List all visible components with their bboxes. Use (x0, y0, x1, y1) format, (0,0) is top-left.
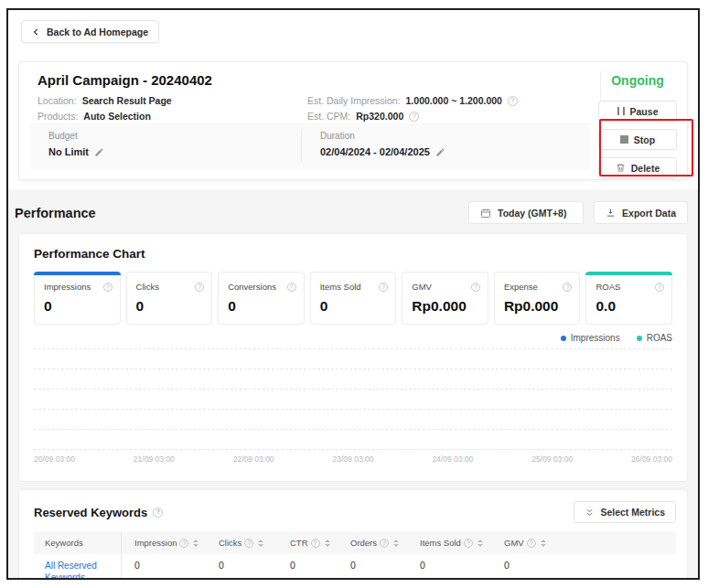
column-header-impression[interactable]: Impression (122, 538, 206, 548)
x-tick: 21/09 03:00 (134, 454, 175, 464)
help-icon[interactable] (153, 508, 163, 518)
stop-button[interactable]: Stop (598, 129, 677, 150)
all-reserved-keywords-link[interactable]: All Reserved Keywords (34, 554, 122, 578)
cell-value: 0 (219, 560, 277, 571)
pause-button-label: Pause (630, 106, 659, 117)
help-icon[interactable] (380, 539, 389, 548)
date-filter-button[interactable]: Today (GMT+8) (468, 201, 584, 224)
cell-value: 0 (350, 560, 407, 571)
cell-sub-value: - (350, 573, 407, 578)
delete-button[interactable]: Delete (598, 157, 677, 178)
legend-item-roas: ROAS (637, 333, 672, 343)
edit-pencil-icon[interactable] (435, 147, 445, 157)
back-button-label: Back to Ad Homepage (47, 27, 148, 37)
metric-value: 0.0 (595, 298, 664, 315)
x-tick: 20/09 03:00 (34, 454, 75, 464)
help-icon[interactable] (508, 96, 518, 106)
metric-card-expense[interactable]: Expense Rp0.000 (494, 272, 581, 325)
help-icon[interactable] (287, 283, 296, 292)
campaign-header-card: April Campaign - 20240402 Location: Sear… (18, 61, 688, 180)
sort-icon[interactable] (393, 540, 399, 547)
back-to-ad-homepage-button[interactable]: Back to Ad Homepage (21, 20, 159, 43)
sort-icon[interactable] (325, 540, 330, 547)
help-icon[interactable] (655, 283, 664, 292)
help-icon[interactable] (379, 283, 388, 292)
metric-value: 0 (136, 298, 205, 315)
metric-value: Rp0.000 (504, 298, 573, 315)
edit-pencil-icon[interactable] (94, 147, 104, 157)
budget-value: No Limit (48, 146, 89, 157)
column-label: Clicks (219, 538, 241, 548)
reserved-keywords-title: Reserved Keywords (34, 506, 147, 519)
est-cpm-value: Rp320.000 (356, 111, 403, 122)
metric-card-roas[interactable]: ROAS 0.0 (585, 272, 672, 325)
est-impression-label: Est. Daily Impression: (307, 95, 401, 106)
legend-dot-teal (637, 336, 642, 341)
screenshot-canvas: Back to Ad Homepage April Campaign - 202… (0, 0, 708, 588)
select-metrics-button[interactable]: Select Metrics (574, 501, 676, 523)
cell-value: 0 (420, 560, 491, 571)
table-row: All Reserved Keywords 0- 0- 0- 0- 0- 0- (34, 554, 676, 578)
campaign-meta: Location: Search Result Page Products: A… (38, 95, 518, 122)
help-icon[interactable] (103, 283, 113, 292)
help-icon[interactable] (179, 539, 188, 548)
column-header-ctr[interactable]: CTR (277, 538, 338, 548)
column-header-gmv[interactable]: GMV (491, 538, 555, 548)
top-bar: Back to Ad Homepage (8, 10, 698, 52)
help-icon[interactable] (409, 112, 419, 122)
calendar-icon (480, 208, 491, 219)
help-icon[interactable] (195, 283, 204, 292)
column-header-keywords: Keywords (34, 531, 122, 554)
reserved-keywords-card: Reserved Keywords Select Metrics Keyword… (18, 489, 688, 578)
metric-card-conversions[interactable]: Conversions 0 (218, 272, 305, 325)
column-label: CTR (290, 538, 308, 548)
cell-value: 0 (504, 560, 555, 571)
metric-card-clicks[interactable]: Clicks 0 (126, 272, 213, 325)
performance-title: Performance (15, 206, 96, 220)
help-icon[interactable] (464, 539, 473, 548)
export-data-button[interactable]: Export Data (594, 201, 688, 224)
keywords-table: Keywords Impression Clicks CTR Orders It… (34, 531, 676, 578)
column-label: Items Sold (420, 538, 461, 548)
column-label: Orders (350, 538, 377, 548)
metric-card-impressions[interactable]: Impressions 0 (34, 272, 121, 325)
cell-sub-value: - (290, 573, 338, 578)
help-icon[interactable] (563, 283, 572, 292)
help-icon[interactable] (527, 539, 536, 548)
double-chevron-down-icon (585, 508, 595, 518)
column-header-items-sold[interactable]: Items Sold (407, 538, 491, 548)
select-metrics-label: Select Metrics (600, 507, 665, 518)
performance-chart-card: Performance Chart Impressions 0 Clicks 0… (18, 233, 688, 482)
duration-label: Duration (320, 131, 445, 141)
help-icon[interactable] (471, 283, 480, 292)
line-chart-plot-area (34, 348, 672, 451)
column-header-orders[interactable]: Orders (338, 538, 407, 548)
app-window: Back to Ad Homepage April Campaign - 202… (6, 8, 700, 580)
column-label: Impression (134, 538, 177, 548)
budget-duration-panel: Budget No Limit Duration 02/04/2024 - 02… (30, 123, 590, 170)
pause-button[interactable]: Pause (598, 101, 677, 122)
x-axis-labels: 20/09 03:00 21/09 03:00 22/09 03:00 23/0… (34, 454, 672, 464)
sort-icon[interactable] (477, 540, 483, 547)
x-tick: 22/09 03:00 (233, 454, 274, 464)
help-icon[interactable] (244, 539, 253, 548)
cell-sub-value: - (504, 573, 555, 578)
metric-card-items-sold[interactable]: Items Sold 0 (310, 272, 397, 325)
metric-label: ROAS (595, 282, 620, 292)
metric-value: 0 (44, 298, 113, 315)
metric-card-gmv[interactable]: GMV Rp0.000 (402, 272, 488, 325)
sort-icon[interactable] (258, 540, 263, 547)
metric-label: Impressions (44, 282, 91, 292)
download-icon (606, 208, 616, 218)
sort-icon[interactable] (541, 540, 546, 547)
campaign-title: April Campaign - 20240402 (38, 72, 212, 88)
cell-value: 0 (290, 560, 338, 571)
gridline (34, 348, 672, 349)
column-header-clicks[interactable]: Clicks (206, 538, 277, 548)
sort-icon[interactable] (193, 540, 198, 547)
metric-label: Conversions (228, 282, 276, 292)
help-icon[interactable] (311, 539, 320, 548)
date-filter-label: Today (GMT+8) (498, 208, 566, 219)
cell-sub-value: - (420, 573, 491, 578)
legend-label: ROAS (647, 333, 672, 343)
